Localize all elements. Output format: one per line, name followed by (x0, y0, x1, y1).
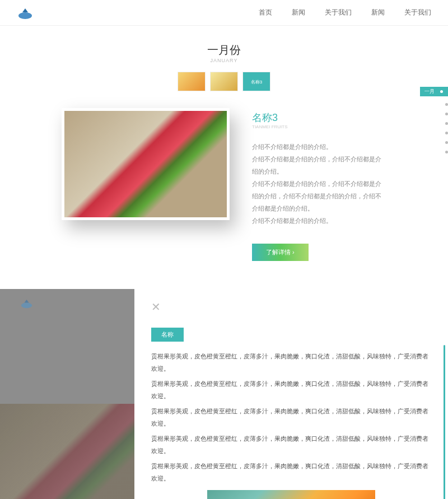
product-image-wrap (62, 108, 230, 220)
product-info: 名称3 TIANMEI FRUITS 介绍不介绍都是介绍的介绍。 介绍不介绍都是… (252, 108, 386, 261)
product-image (62, 108, 230, 220)
nav-news-2[interactable]: 新闻 (371, 8, 385, 17)
side-nav-active-label: 一月 (424, 88, 435, 95)
section-heading: 一月份 (0, 43, 448, 58)
modal-body: 贡柑果形美观，皮色橙黄至橙红，皮薄多汁，果肉脆嫩，爽口化渣，清甜低酸，风味独特，… (151, 350, 431, 499)
desc-line-2: 介绍不介绍都是介绍的介绍，介绍不介绍都是介绍的介绍。 (252, 153, 386, 178)
modal-text-4: 贡柑果形美观，皮色橙黄至橙红，皮薄多汁，果肉脆嫩，爽口化渣，清甜低酸，风味独特，… (151, 432, 431, 457)
nav-about-1[interactable]: 关于我们 (325, 8, 352, 17)
logo (17, 6, 34, 20)
svg-point-1 (21, 303, 32, 309)
modal-text-3: 贡柑果形美观，皮色橙黄至橙红，皮薄多汁，果肉脆嫩，爽口化渣，清甜低酸，风味独特，… (151, 405, 431, 430)
section-subtitle: JANUARY (0, 58, 448, 63)
thumb-3-label: 名称3 (251, 78, 262, 85)
nav-news-1[interactable]: 新闻 (292, 8, 305, 17)
thumb-3[interactable]: 名称3 (242, 72, 270, 91)
backdrop-image (0, 404, 134, 499)
close-icon[interactable]: ✕ (151, 300, 431, 314)
modal-backdrop (0, 289, 134, 499)
scrollbar[interactable] (444, 345, 445, 499)
modal-image (207, 490, 375, 499)
side-nav-dot-2[interactable] (445, 103, 448, 106)
modal-panel: ✕ 名称 贡柑果形美观，皮色橙黄至橙红，皮薄多汁，果肉脆嫩，爽口化渣，清甜低酸，… (134, 289, 448, 499)
thumbnail-row: 名称3 (0, 72, 448, 91)
section-title: 一月份 JANUARY (0, 43, 448, 63)
thumb-1[interactable] (178, 72, 206, 91)
product-showcase: 名称3 TIANMEI FRUITS 介绍不介绍都是介绍的介绍。 介绍不介绍都是… (0, 108, 448, 289)
svg-point-0 (18, 12, 32, 19)
desc-line-3: 介绍不介绍都是介绍的介绍，介绍不介绍都是介绍的介绍，介绍不介绍都是介绍的介绍，介… (252, 178, 386, 214)
modal-title-label: 名称 (151, 328, 184, 342)
nav-about-2[interactable]: 关于我们 (404, 8, 431, 17)
desc-line-1: 介绍不介绍都是介绍的介绍。 (252, 141, 386, 153)
thumb-2[interactable] (210, 72, 238, 91)
product-subtitle: TIANMEI FRUITS (252, 124, 386, 129)
product-description: 介绍不介绍都是介绍的介绍。 介绍不介绍都是介绍的介绍，介绍不介绍都是介绍的介绍。… (252, 141, 386, 227)
desc-line-4: 介绍不介绍都是介绍的介绍。 (252, 214, 386, 227)
side-nav-january[interactable]: 一月 (420, 87, 448, 96)
detail-button[interactable]: 了解详情 (252, 244, 309, 261)
main-nav: 首页 新闻 关于我们 新闻 关于我们 (259, 8, 431, 17)
modal-text-1: 贡柑果形美观，皮色橙黄至橙红，皮薄多汁，果肉脆嫩，爽口化渣，清甜低酸，风味独特，… (151, 350, 431, 375)
nav-home[interactable]: 首页 (259, 8, 272, 17)
backdrop-logo (20, 297, 34, 310)
modal-overlay: ✕ 名称 贡柑果形美观，皮色橙黄至橙红，皮薄多汁，果肉脆嫩，爽口化渣，清甜低酸，… (0, 289, 448, 499)
modal-text-5: 贡柑果形美观，皮色橙黄至橙红，皮薄多汁，果肉脆嫩，爽口化渣，清甜低酸，风味独特，… (151, 460, 431, 484)
header: 首页 新闻 关于我们 新闻 关于我们 (0, 0, 448, 26)
modal-text-2: 贡柑果形美观，皮色橙黄至橙红，皮薄多汁，果肉脆嫩，爽口化渣，清甜低酸，风味独特，… (151, 377, 431, 402)
product-name: 名称3 (252, 111, 386, 124)
